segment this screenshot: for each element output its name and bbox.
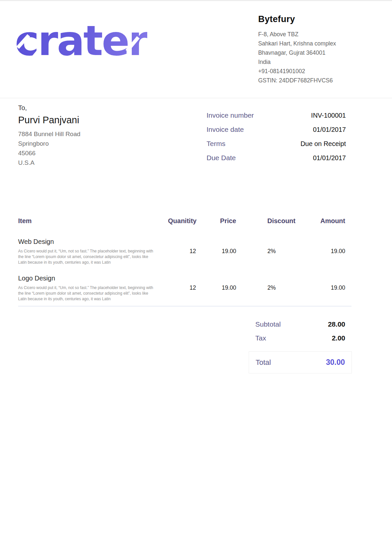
terms-row: Terms Due on Receipt xyxy=(207,140,346,148)
invoice-meta-section: To, Purvi Panjvani 7884 Bunnel Hill Road… xyxy=(0,98,392,168)
company-phone: +91-08141901002 xyxy=(258,67,336,76)
crater-logo: crater xyxy=(15,20,147,61)
invoice-details: Invoice number INV-100001 Invoice date 0… xyxy=(207,104,346,168)
due-date-row: Due Date 01/01/2017 xyxy=(207,154,346,162)
customer-address-line: Springboro xyxy=(18,139,207,148)
invoice-number-value: INV-100001 xyxy=(311,111,346,119)
invoice-date-row: Invoice date 01/01/2017 xyxy=(207,126,346,133)
customer-address-line: U.S.A xyxy=(18,158,207,167)
item-price: 19.00 xyxy=(196,275,236,302)
total-value: 30.00 xyxy=(326,358,345,367)
terms-value: Due on Receipt xyxy=(300,140,346,148)
item-name: Web Design xyxy=(18,238,168,246)
terms-label: Terms xyxy=(207,140,225,148)
table-header-quantity: Quanitity xyxy=(168,217,196,225)
company-name: Bytefury xyxy=(258,14,336,24)
table-header-discount: Discount xyxy=(236,217,295,225)
items-table: Item Quanitity Price Discount Amount Web… xyxy=(0,217,392,302)
invoice-number-label: Invoice number xyxy=(207,111,254,119)
totals-block: Subtotal 28.00 Tax 2.00 Total 30.00 xyxy=(249,320,352,373)
item-description: As Cicero would put it, “Um, not so fast… xyxy=(18,248,156,265)
company-address-line: Sahkari Hart, Krishna complex xyxy=(258,39,336,48)
table-header-price: Price xyxy=(196,217,236,225)
tax-row: Tax 2.00 xyxy=(249,334,352,342)
invoice-page: crater Bytefury F-8, Above TBZ Sahkari H… xyxy=(0,0,392,555)
item-quantity: 12 xyxy=(168,275,196,302)
company-gstin: GSTIN: 24DDF7682FHVCS6 xyxy=(258,76,336,85)
company-address-line: F-8, Above TBZ xyxy=(258,30,336,39)
bill-to-label: To, xyxy=(18,104,207,112)
item-amount: 19.00 xyxy=(295,275,345,302)
item-discount: 2% xyxy=(236,238,295,265)
invoice-date-value: 01/01/2017 xyxy=(313,126,346,133)
bill-to-block: To, Purvi Panjvani 7884 Bunnel Hill Road… xyxy=(18,104,207,168)
table-row: Logo Design As Cicero would put it, “Um,… xyxy=(18,275,345,302)
tax-label: Tax xyxy=(255,334,266,342)
company-address: F-8, Above TBZ Sahkari Hart, Krishna com… xyxy=(258,30,336,85)
table-row: Web Design As Cicero would put it, “Um, … xyxy=(18,238,345,265)
company-address-line: India xyxy=(258,57,336,67)
due-date-value: 01/01/2017 xyxy=(313,154,346,162)
customer-address-line: 45066 xyxy=(18,148,207,158)
item-cell: Logo Design As Cicero would put it, “Um,… xyxy=(18,275,168,302)
subtotal-label: Subtotal xyxy=(255,320,281,328)
invoice-number-row: Invoice number INV-100001 xyxy=(207,111,346,119)
invoice-date-label: Invoice date xyxy=(207,126,244,133)
invoice-header: crater Bytefury F-8, Above TBZ Sahkari H… xyxy=(0,1,392,98)
item-cell: Web Design As Cicero would put it, “Um, … xyxy=(18,238,168,265)
total-box: Total 30.00 xyxy=(249,351,352,373)
company-block: Bytefury F-8, Above TBZ Sahkari Hart, Kr… xyxy=(258,11,336,85)
item-description: As Cicero would put it, “Um, not so fast… xyxy=(18,285,156,302)
due-date-label: Due Date xyxy=(207,154,236,162)
tax-value: 2.00 xyxy=(332,334,345,342)
item-quantity: 12 xyxy=(168,238,196,265)
subtotal-value: 28.00 xyxy=(328,320,345,328)
table-header-item: Item xyxy=(18,217,168,225)
items-table-header: Item Quanitity Price Discount Amount xyxy=(18,217,345,225)
item-price: 19.00 xyxy=(196,238,236,265)
table-header-amount: Amount xyxy=(295,217,345,225)
company-address-line: Bhavnagar, Gujrat 364001 xyxy=(258,48,336,57)
item-name: Logo Design xyxy=(18,275,168,282)
customer-name: Purvi Panjvani xyxy=(18,115,207,126)
total-label: Total xyxy=(256,358,271,367)
item-amount: 19.00 xyxy=(295,238,345,265)
items-divider xyxy=(18,306,351,307)
customer-address: 7884 Bunnel Hill Road Springboro 45066 U… xyxy=(18,129,207,167)
customer-address-line: 7884 Bunnel Hill Road xyxy=(18,129,207,139)
item-discount: 2% xyxy=(236,275,295,302)
subtotal-row: Subtotal 28.00 xyxy=(249,320,352,328)
